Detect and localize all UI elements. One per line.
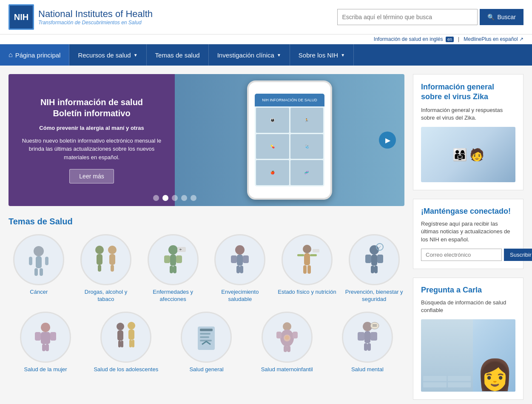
window-4 bbox=[448, 382, 471, 387]
nav-temas-label: Temas de salud bbox=[155, 52, 200, 59]
svg-rect-27 bbox=[240, 266, 243, 273]
svg-point-76 bbox=[370, 322, 379, 329]
search-area: 🔍 Buscar bbox=[337, 9, 523, 25]
tema-drogas[interactable]: Drogas, alcohol y tabaco bbox=[76, 234, 137, 303]
phone-graphic: NIH INFORMACIÓN DE SALUD 👨‍👩‍👧 🏃 💊 🩺 🍎 🧬 bbox=[247, 80, 332, 200]
enfermedades-icon bbox=[154, 241, 192, 279]
hero-cta-button[interactable]: Leer más bbox=[69, 169, 114, 183]
email-input[interactable] bbox=[421, 249, 502, 261]
tema-mujer[interactable]: Salud de la mujer bbox=[9, 312, 83, 373]
nav-item-home[interactable]: ⌂ Página principal bbox=[0, 44, 69, 66]
main-content: NIH información de salud Boletín informa… bbox=[0, 66, 532, 404]
phone-cell-4: 🩺 bbox=[290, 134, 323, 159]
hero-dots bbox=[153, 195, 196, 201]
email-form: Suscribir bbox=[421, 249, 515, 261]
cancer-icon bbox=[20, 241, 58, 279]
tema-cancer-label: Cáncer bbox=[30, 289, 48, 296]
svg-rect-26 bbox=[236, 266, 240, 273]
nav-investigacion-label: Investigación clínica bbox=[217, 52, 274, 59]
svg-rect-73 bbox=[370, 332, 377, 341]
hero-play-button[interactable]: ▶ bbox=[379, 132, 396, 149]
logo-title: National Institutes of Health bbox=[38, 9, 153, 20]
subscribe-button[interactable]: Suscribir bbox=[504, 249, 532, 261]
tema-mujer-label: Salud de la mujer bbox=[24, 366, 67, 373]
medlineplus-link[interactable]: MedlinePlus en español ↗ bbox=[464, 36, 523, 42]
tema-estado[interactable]: Estado físico y nutrición bbox=[277, 234, 338, 303]
tema-materno[interactable]: Salud maternoinfantil bbox=[250, 312, 324, 373]
phone-cell-1: 👨‍👩‍👧 bbox=[256, 108, 289, 133]
svg-rect-14 bbox=[170, 255, 176, 266]
tema-prevencion[interactable]: ✓ Prevención, bienestar y seguridad bbox=[344, 234, 404, 303]
window-2 bbox=[448, 376, 471, 381]
en-badge: en bbox=[446, 37, 454, 42]
svg-rect-2 bbox=[29, 257, 32, 265]
hero-dot-5[interactable] bbox=[191, 195, 196, 201]
hero-dot-2[interactable] bbox=[162, 195, 168, 201]
tema-general[interactable]: Salud general bbox=[169, 312, 243, 373]
chevron-down-icon-2: ▼ bbox=[277, 53, 281, 57]
tema-prevencion-label: Prevención, bienestar y seguridad bbox=[344, 289, 404, 303]
svg-rect-25 bbox=[243, 255, 249, 263]
search-input[interactable] bbox=[337, 9, 478, 25]
tema-estado-label: Estado físico y nutrición bbox=[278, 289, 336, 296]
svg-point-50 bbox=[128, 322, 135, 330]
svg-point-22 bbox=[235, 245, 245, 255]
svg-rect-11 bbox=[98, 265, 101, 272]
hero-dot-1[interactable] bbox=[153, 195, 159, 201]
svg-point-28 bbox=[303, 245, 311, 253]
nav-item-investigacion[interactable]: Investigación clínica ▼ bbox=[209, 44, 290, 66]
carla-windows bbox=[423, 376, 471, 387]
svg-rect-33 bbox=[307, 265, 311, 274]
svg-rect-9 bbox=[97, 254, 102, 265]
phone-content-grid: 👨‍👩‍👧 🏃 💊 🩺 🍎 🧬 bbox=[255, 106, 324, 186]
nav-item-sobre[interactable]: Sobre los NIH ▼ bbox=[290, 44, 354, 66]
svg-rect-1 bbox=[36, 256, 42, 268]
hero-dot-4[interactable] bbox=[181, 195, 187, 201]
svg-rect-10 bbox=[109, 254, 115, 265]
sidebar: Información general sobre el virus Zika … bbox=[413, 74, 523, 400]
svg-rect-37 bbox=[365, 255, 371, 263]
svg-rect-72 bbox=[358, 332, 364, 341]
carla-image-content: 👩 bbox=[421, 319, 515, 392]
tema-mental-image bbox=[342, 312, 393, 363]
hero-description: Nuestro nuevo boletín informativo electr… bbox=[19, 137, 164, 162]
logo-area: NIH National Institutes of Health Transf… bbox=[9, 4, 153, 30]
nav-item-temas[interactable]: Temas de salud bbox=[147, 44, 209, 66]
conectado-title: ¡Manténgase conectado! bbox=[421, 207, 515, 216]
conectado-description: Regístrese aquí para recibir las últimas… bbox=[421, 220, 515, 244]
hero-dot-3[interactable] bbox=[172, 195, 178, 201]
temas-grid-row1: Cáncer Drogas, alcohol y tabaco bbox=[9, 234, 404, 303]
svg-rect-4 bbox=[34, 268, 38, 276]
svg-rect-69 bbox=[287, 346, 290, 352]
tema-adolescentes-image bbox=[100, 312, 151, 363]
search-icon: 🔍 bbox=[487, 14, 495, 20]
tema-enfermedades-label: Enfermedades y afecciones bbox=[142, 289, 203, 303]
home-icon: ⌂ bbox=[9, 51, 13, 59]
svg-point-0 bbox=[34, 246, 44, 256]
tema-mental[interactable]: Salud mental bbox=[330, 312, 404, 373]
svg-rect-48 bbox=[46, 344, 49, 351]
svg-rect-12 bbox=[111, 265, 114, 272]
svg-rect-38 bbox=[377, 255, 383, 263]
svg-rect-24 bbox=[231, 255, 237, 263]
search-button[interactable]: 🔍 Buscar bbox=[480, 9, 523, 25]
svg-rect-40 bbox=[374, 266, 378, 273]
tema-cancer[interactable]: Cáncer bbox=[9, 234, 69, 303]
svg-point-8 bbox=[108, 246, 117, 254]
svg-rect-29 bbox=[304, 253, 310, 265]
tema-drogas-label: Drogas, alcohol y tabaco bbox=[76, 289, 137, 303]
zika-people-icon: 👨‍👩‍👧 bbox=[452, 148, 467, 162]
phone-cell-3: 💊 bbox=[256, 134, 289, 159]
tema-adolescentes[interactable]: Salud de los adolescentes bbox=[89, 312, 163, 373]
tema-enfermedades[interactable]: Enfermedades y afecciones bbox=[142, 234, 203, 303]
carla-title: Pregunta a Carla bbox=[421, 286, 515, 295]
tema-envejecimiento[interactable]: Envejecimiento saludable bbox=[210, 234, 270, 303]
zika-image-content: 👨‍👩‍👧 🧑 bbox=[421, 127, 515, 182]
nav-item-recursos[interactable]: Recursos de salud ▼ bbox=[69, 44, 146, 66]
svg-point-49 bbox=[117, 323, 124, 330]
svg-text:✓: ✓ bbox=[378, 245, 381, 249]
health-info-english-link[interactable]: Información de salud en inglés en bbox=[374, 36, 455, 42]
tema-general-label: Salud general bbox=[189, 366, 223, 373]
sidebar-carla-section: Pregunta a Carla Búsqueda de información… bbox=[413, 278, 523, 400]
svg-rect-51 bbox=[117, 330, 123, 341]
